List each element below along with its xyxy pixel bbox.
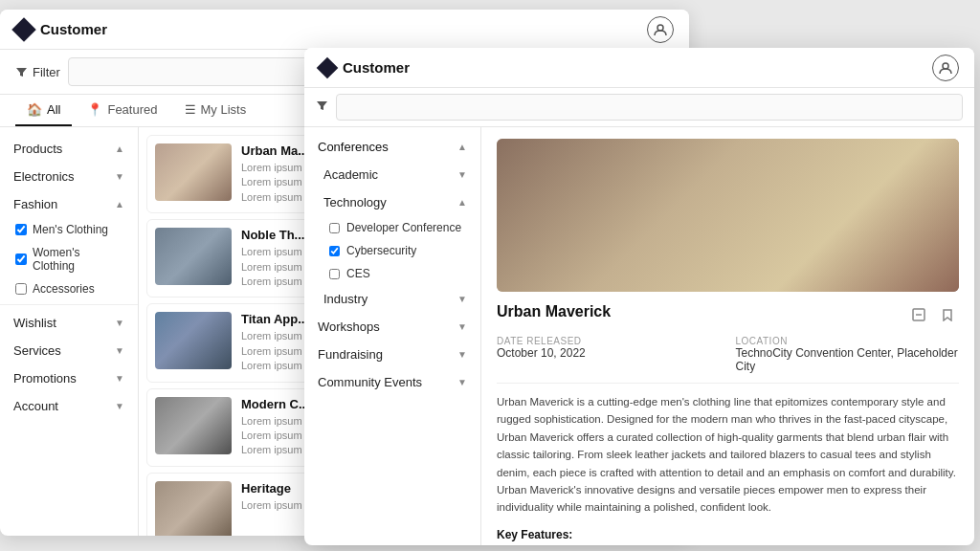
- hero-overlay: [497, 139, 959, 292]
- filter-text: Filter: [33, 65, 60, 79]
- date-value: October 10, 2022: [497, 346, 721, 360]
- detail-title-row: Urban Maverick: [497, 303, 959, 326]
- industry-chevron-icon: ▼: [457, 294, 467, 304]
- back-app-title: Customer: [40, 21, 647, 37]
- chevron-up-icon-fashion: ▲: [115, 199, 124, 209]
- sidebar-products-section: Products ▲: [0, 135, 138, 163]
- technology-chevron-icon: ▲: [457, 197, 467, 208]
- ces-item[interactable]: CES: [304, 262, 480, 285]
- chevron-up-icon: ▲: [115, 143, 124, 154]
- community-events-chevron-icon: ▼: [457, 377, 467, 387]
- front-app-title: Customer: [343, 59, 932, 76]
- detail-panel: Urban Maverick Date Released October 10,…: [481, 127, 974, 545]
- front-filter-bar: [304, 88, 974, 127]
- location-value: TechnoCity Convention Center, Placeholde…: [736, 346, 960, 373]
- sidebar-item-electronics[interactable]: Electronics ▼: [0, 163, 138, 190]
- ces-checkbox[interactable]: [329, 269, 340, 279]
- product-image-1: [155, 143, 232, 201]
- detail-meta: Date Released October 10, 2022 Location …: [497, 336, 959, 384]
- product-image-5: [155, 481, 232, 536]
- sidebar-sub-mens-clothing[interactable]: Men's Clothing: [0, 218, 138, 241]
- sidebar-item-services[interactable]: Services ▼: [0, 337, 138, 364]
- sidebar-divider-1: [0, 304, 138, 305]
- filter-icon: [15, 66, 28, 78]
- home-icon: 🏠: [27, 102, 42, 117]
- academic-chevron-icon: ▼: [457, 169, 467, 180]
- location-label: Location: [736, 336, 960, 346]
- industry-item[interactable]: Industry ▼: [304, 285, 480, 313]
- front-search-input[interactable]: [336, 94, 963, 121]
- womens-clothing-checkbox[interactable]: [15, 253, 27, 265]
- sidebar-item-account[interactable]: Account ▼: [0, 392, 138, 420]
- features-title: Key Features:: [497, 528, 959, 541]
- detail-description: Urban Maverick is a cutting-edge men's c…: [497, 393, 959, 517]
- front-app-logo-icon: [317, 56, 339, 78]
- share-button[interactable]: [907, 303, 930, 326]
- front-user-avatar-icon[interactable]: [932, 55, 959, 81]
- detail-hero-image: [497, 139, 959, 292]
- sidebar-sub-accessories[interactable]: Accessories: [0, 277, 138, 300]
- workshops-item[interactable]: Workshops ▼: [304, 313, 480, 341]
- sidebar-sub-womens-clothing[interactable]: Women's Clothing: [0, 241, 138, 277]
- tab-featured-label: Featured: [107, 102, 157, 117]
- product-image-2: [155, 228, 232, 285]
- conferences-chevron-icon: ▲: [457, 142, 467, 152]
- filter-label: Filter: [15, 65, 60, 79]
- community-events-item[interactable]: Community Events ▼: [304, 368, 480, 396]
- detail-actions: [907, 303, 959, 326]
- technology-item[interactable]: Technology ▲: [304, 188, 480, 216]
- mens-clothing-checkbox[interactable]: [15, 224, 27, 235]
- conferences-section: Conferences ▲ Academic ▼ Technology ▲ De…: [304, 133, 480, 313]
- date-label: Date Released: [497, 336, 721, 346]
- svg-point-0: [657, 25, 663, 31]
- detail-title: Urban Maverick: [497, 303, 611, 320]
- sidebar-item-products[interactable]: Products ▲: [0, 135, 138, 163]
- dropdown-menu: Conferences ▲ Academic ▼ Technology ▲ De…: [304, 127, 481, 545]
- tab-mylists-label: My Lists: [201, 102, 247, 117]
- sidebar-item-fashion[interactable]: Fashion ▲: [0, 190, 138, 218]
- workshops-chevron-icon: ▼: [457, 321, 467, 332]
- chevron-down-icon-promotions: ▼: [115, 373, 124, 384]
- list-icon: ☰: [185, 102, 196, 117]
- tab-all-label: All: [47, 102, 60, 117]
- accessories-checkbox[interactable]: [15, 283, 27, 295]
- front-filter-icon: [316, 99, 328, 115]
- front-window: Customer Conferences ▲ Academic: [304, 48, 974, 545]
- fundraising-item[interactable]: Fundraising ▼: [304, 341, 480, 368]
- back-sidebar: Products ▲ Electronics ▼ Fashion ▲ Men's…: [0, 127, 139, 536]
- tab-featured[interactable]: 📍 Featured: [76, 95, 168, 126]
- pin-icon: 📍: [87, 102, 102, 117]
- tab-all[interactable]: 🏠 All: [15, 95, 72, 126]
- cybersecurity-checkbox[interactable]: [329, 246, 340, 256]
- front-main-content: Conferences ▲ Academic ▼ Technology ▲ De…: [304, 127, 974, 545]
- back-titlebar: Customer: [0, 10, 689, 50]
- svg-point-1: [943, 63, 948, 69]
- cybersecurity-item[interactable]: Cybersecurity: [304, 239, 480, 262]
- academic-item[interactable]: Academic ▼: [304, 161, 480, 188]
- chevron-down-icon-account: ▼: [115, 401, 124, 411]
- chevron-down-icon-services: ▼: [115, 345, 124, 356]
- chevron-down-icon-wishlist: ▼: [115, 318, 124, 328]
- sidebar-item-promotions[interactable]: Promotions ▼: [0, 364, 138, 392]
- tab-mylists[interactable]: ☰ My Lists: [173, 95, 258, 126]
- user-avatar-icon[interactable]: [647, 16, 674, 43]
- developer-conference-item[interactable]: Developer Conference: [304, 216, 480, 239]
- product-image-3: [155, 312, 232, 369]
- bookmark-button[interactable]: [936, 303, 959, 326]
- conferences-header[interactable]: Conferences ▲: [304, 133, 480, 161]
- sidebar-electronics-section: Electronics ▼: [0, 163, 138, 190]
- sidebar-fashion-section: Fashion ▲ Men's Clothing Women's Clothin…: [0, 190, 138, 300]
- developer-conference-checkbox[interactable]: [329, 223, 340, 233]
- sidebar-item-wishlist[interactable]: Wishlist ▼: [0, 309, 138, 337]
- front-titlebar: Customer: [304, 48, 974, 88]
- chevron-down-icon: ▼: [115, 171, 124, 182]
- app-logo-icon: [11, 17, 35, 41]
- fundraising-chevron-icon: ▼: [457, 349, 467, 360]
- product-image-4: [155, 397, 232, 454]
